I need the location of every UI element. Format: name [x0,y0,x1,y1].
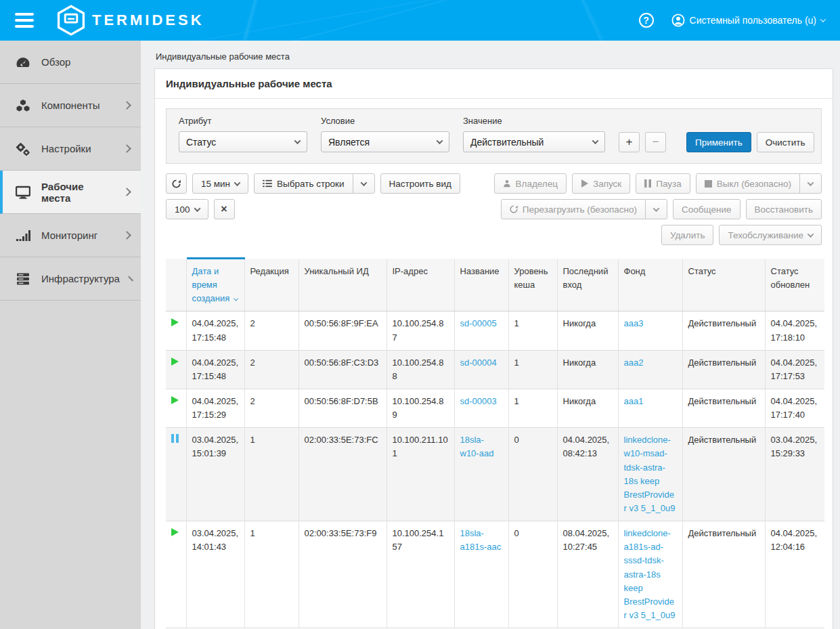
condition-select[interactable]: Является [321,131,449,152]
chevron-down-icon [360,179,367,186]
select-rows-button[interactable]: Выбрать строки [254,173,353,194]
cell-uid: 02:00:33:5E:73:F9 [299,521,386,628]
workplace-link[interactable]: 18sla-a181s-aac [460,528,502,552]
reboot-label: Перезагрузить (безопасно) [523,204,637,215]
termidesk-hexagon-icon [57,5,85,36]
sidebar-item-overview[interactable]: Обзор [0,41,141,84]
attribute-select[interactable]: Статус [179,131,307,152]
cell-last-login: 04.04.2025, 08:42:13 [557,428,618,521]
value-select[interactable]: Действительный [463,131,605,152]
cell-status-updated: 04.04.2025, 17:18:10 [765,311,824,350]
value-label: Значение [463,116,605,126]
cell-created: 03.04.2025, 15:01:39 [186,428,244,521]
chevron-down-icon [808,231,814,238]
apply-button[interactable]: Применить [686,132,751,152]
column-created[interactable]: Дата и время создания [186,259,244,311]
column-status[interactable]: Статус [682,259,765,311]
add-filter-button[interactable]: + [619,132,640,152]
column-pool[interactable]: Фонд [618,259,682,311]
sidebar-item-infrastructure[interactable]: Инфраструктура [0,257,141,301]
cell-ip: 10.100.254.88 [386,350,454,389]
reboot-button[interactable]: Перезагрузить (безопасно) [501,199,646,219]
pool-link[interactable]: linkedclone-a181s-ad-sssd-tdsk-astra-18s… [624,528,676,620]
cell-ip: 10.100.254.87 [386,311,454,350]
cell-revision: 2 [244,389,299,427]
pause-button[interactable]: Пауза [636,173,690,194]
cell-status: Действительный [682,521,765,628]
sidebar-item-settings[interactable]: Настройки [0,127,141,171]
workplace-link[interactable]: sd-00003 [460,396,497,406]
table-row[interactable]: 04.04.2025, 17:15:48 2 00:50:56:8F:C3:D3… [166,350,824,389]
chevron-down-icon [653,205,660,212]
clear-selection-button[interactable]: × [214,199,235,219]
maintenance-dropdown[interactable]: Техобслуживание [719,225,822,245]
cell-uid: 00:50:56:8F:C3:D3 [299,350,386,389]
remove-filter-button[interactable]: − [645,132,666,152]
table-row[interactable]: 03.04.2025, 15:01:39 1 02:00:33:5E:73:FC… [166,428,824,521]
cell-ip: 10.100.211.101 [386,428,454,521]
reboot-caret-button[interactable] [645,199,667,219]
cell-created: 03.04.2025, 14:01:43 [186,521,244,628]
close-icon: × [221,203,227,215]
select-rows-caret-button[interactable] [353,173,375,194]
status-paused-icon [171,434,179,443]
start-button[interactable]: Запуск [572,173,630,194]
table-row[interactable]: 03.04.2025, 14:01:43 1 02:00:33:5E:73:F9… [166,521,824,628]
page-size-dropdown[interactable]: 100 [166,199,208,219]
clear-button[interactable]: Очистить [757,132,814,152]
sidebar-item-workplaces[interactable]: Рабочие места [0,171,141,214]
sidebar-item-label: Обзор [41,56,130,68]
column-cache-level[interactable]: Уровень кеша [508,259,557,311]
column-uid[interactable]: Уникальный ИД [299,259,386,311]
column-name[interactable]: Название [454,259,508,311]
start-label: Запуск [593,179,621,189]
pause-icon [644,179,651,188]
page-title: Индивидуальные рабочие места [155,69,833,99]
message-button[interactable]: Сообщение [673,199,740,219]
chevron-down-icon [808,179,814,186]
owner-button[interactable]: Владелец [494,173,567,194]
list-icon [263,179,272,188]
sidebar-item-label: Настройки [41,143,114,154]
pool-link[interactable]: linkedclone-w10-msad-tdsk-astra-18s keep… [624,435,676,513]
configure-view-button[interactable]: Настроить вид [380,173,460,194]
delete-button[interactable]: Удалить [661,225,714,245]
power-off-button[interactable]: Выкл (безопасно) [696,173,800,194]
stop-icon [705,180,712,188]
status-running-icon [171,318,179,326]
column-last-login[interactable]: Последний вход [557,259,618,311]
select-rows-label: Выбрать строки [277,179,345,189]
workplace-link[interactable]: sd-00004 [460,357,497,368]
workplace-link[interactable]: 18sla-w10-aad [460,435,494,458]
chevron-down-icon [234,179,241,186]
sidebar-item-monitoring[interactable]: Мониторинг [0,214,141,257]
table-row[interactable]: 04.04.2025, 17:15:29 2 00:50:56:8F:D7:5B… [166,389,824,427]
chevron-right-icon [123,231,131,240]
sidebar: Обзор Компоненты Настройки Рабочие мес [0,41,141,629]
hamburger-menu-icon[interactable] [15,9,34,31]
workplaces-card: Индивидуальные рабочие места Атрибут Ста… [154,68,833,629]
restore-button[interactable]: Восстановить [746,199,822,219]
workplace-link[interactable]: sd-00005 [460,318,497,328]
desktop-icon [15,186,31,199]
pool-link[interactable]: aaa1 [624,396,644,406]
interval-dropdown[interactable]: 15 мин [192,173,248,194]
column-revision[interactable]: Редакция [244,259,299,311]
chevron-right-icon [123,101,131,110]
power-off-caret-button[interactable] [799,173,822,194]
column-status-updated[interactable]: Статус обновлен [765,259,824,311]
table-row[interactable]: 04.04.2025, 17:15:48 2 00:50:56:8F:9F:EA… [166,311,824,350]
refresh-button[interactable] [166,173,187,194]
help-icon[interactable]: ? [639,13,654,28]
pool-link[interactable]: aaa2 [624,357,644,368]
cell-uid: 00:50:56:8F:D7:5B [299,389,386,427]
sidebar-item-components[interactable]: Компоненты [0,84,141,127]
user-menu[interactable]: Системный пользователь (u) [671,14,825,27]
cell-cache-level: 1 [508,350,557,389]
cell-cache-level: 1 [508,311,557,350]
condition-label: Условие [321,116,449,126]
pool-link[interactable]: aaa3 [624,318,644,328]
column-ip[interactable]: IP-адрес [386,259,454,311]
chevron-right-icon [123,144,131,153]
cell-revision: 2 [244,350,299,389]
